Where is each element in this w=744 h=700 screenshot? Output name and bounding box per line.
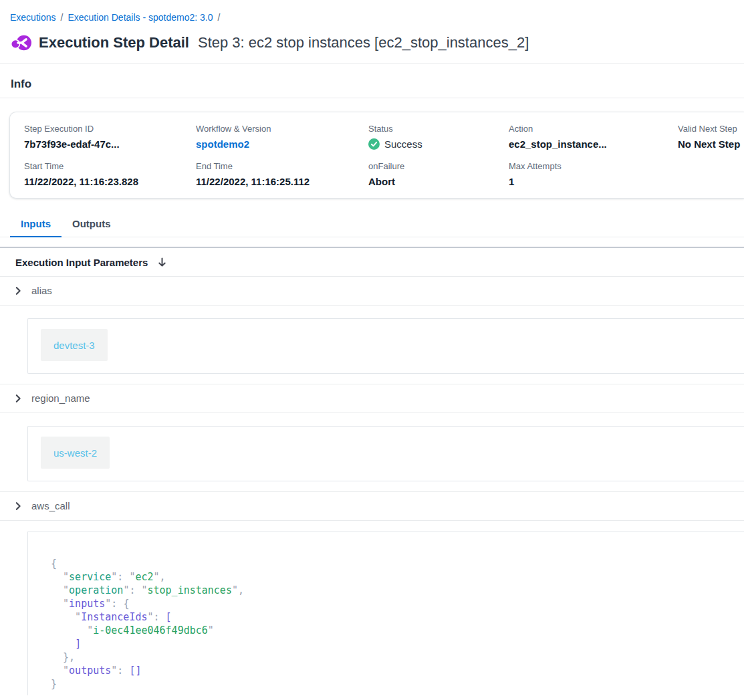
field-label: Step Execution ID: [24, 124, 196, 134]
code-line: "InstanceIds": [: [51, 610, 744, 624]
parameters-header: Execution Input Parameters: [0, 248, 744, 277]
info-field-valid-next-step: Valid Next StepNo Next Step: [678, 124, 744, 150]
breadcrumb-link[interactable]: Execution Details - spotdemo2: 3.0: [68, 12, 213, 23]
section-label: aws_call: [31, 500, 70, 511]
section-content-region_name: us-west-2: [27, 426, 744, 481]
field-value: 7b73f93e-edaf-47c...: [24, 138, 196, 150]
section-label: region_name: [31, 392, 90, 404]
field-label: End Time: [196, 161, 368, 171]
chevron-right-icon: [13, 394, 23, 403]
field-label: Status: [368, 124, 509, 134]
code-line: "inputs": {: [51, 597, 744, 610]
field-value: 1: [509, 176, 678, 187]
sort-descending-icon[interactable]: [157, 257, 167, 268]
breadcrumb-separator: /: [218, 12, 221, 23]
code-line: ]: [51, 637, 744, 651]
code-line: "i-0ec41ee046f49dbc6": [51, 624, 744, 637]
tabs: InputsOutputs: [0, 212, 744, 237]
section-label: alias: [31, 285, 52, 296]
section-toggle-region_name[interactable]: region_name: [0, 384, 744, 413]
field-value: Abort: [368, 176, 509, 187]
chevron-right-icon: [13, 501, 23, 511]
field-label: Workflow & Version: [196, 124, 368, 134]
section-content-alias: devtest-3: [27, 318, 744, 374]
breadcrumb: Executions/Execution Details - spotdemo2…: [0, 0, 744, 24]
workflow-logo-icon: [11, 33, 31, 53]
section-toggle-alias[interactable]: alias: [0, 277, 744, 306]
section-toggle-aws_call[interactable]: aws_call: [0, 491, 744, 521]
field-label: Max Attempts: [509, 161, 678, 171]
field-label: onFailure: [368, 161, 509, 171]
info-section-heading: Info: [0, 64, 744, 98]
json-code-block: { "service": "ec2", "operation": "stop_i…: [27, 532, 744, 695]
code-line: {: [51, 557, 744, 570]
info-card: Step Execution ID7b73f93e-edaf-47c...Wor…: [9, 112, 744, 199]
page-subtitle: Step 3: ec2 stop instances [ec2_stop_ins…: [198, 34, 529, 51]
info-field-action: Actionec2_stop_instance...: [509, 124, 678, 150]
info-card-grid: Step Execution ID7b73f93e-edaf-47c...Wor…: [24, 124, 744, 187]
breadcrumb-separator: /: [60, 12, 63, 23]
info-field-end-time: End Time11/22/2022, 11:16:25.112: [196, 161, 368, 187]
tab-outputs[interactable]: Outputs: [61, 212, 122, 237]
success-icon: [368, 138, 380, 150]
info-field-workflow-version: Workflow & Versionspotdemo2: [196, 124, 368, 150]
field-value[interactable]: spotdemo2: [196, 138, 368, 150]
code-line: "operation": "stop_instances",: [51, 584, 744, 597]
field-value: Success: [368, 138, 509, 150]
field-value: 11/22/2022, 11:16:23.828: [24, 176, 196, 187]
parameters-title: Execution Input Parameters: [15, 257, 148, 268]
info-field-max-attempts: Max Attempts1: [509, 161, 678, 187]
field-value: ec2_stop_instance...: [509, 138, 678, 150]
sections: aliasdevtest-3region_nameus-west-2aws_ca…: [0, 277, 744, 695]
page-header: Execution Step Detail Step 3: ec2 stop i…: [0, 24, 744, 64]
tab-inputs[interactable]: Inputs: [10, 212, 61, 237]
field-value: No Next Step: [678, 138, 744, 150]
section-alias: aliasdevtest-3: [0, 277, 744, 374]
info-field-start-time: Start Time11/22/2022, 11:16:23.828: [24, 161, 196, 187]
chevron-right-icon: [13, 286, 23, 296]
value-chip: us-west-2: [41, 437, 110, 469]
field-value: 11/22/2022, 11:16:25.112: [196, 176, 368, 187]
code-line: "service": "ec2",: [51, 570, 744, 584]
field-label: Action: [509, 124, 678, 134]
status-text: Success: [384, 138, 422, 150]
info-field-onfailure: onFailureAbort: [368, 161, 509, 187]
breadcrumb-link[interactable]: Executions: [10, 12, 55, 23]
section-region_name: region_nameus-west-2: [0, 384, 744, 481]
field-label: Valid Next Step: [678, 124, 744, 134]
code-line: "outputs": []: [51, 664, 744, 677]
page-title: Execution Step Detail: [39, 34, 189, 51]
section-aws_call: aws_call{ "service": "ec2", "operation":…: [0, 491, 744, 695]
info-field-status: StatusSuccess: [368, 124, 509, 150]
field-label: Start Time: [24, 161, 196, 171]
code-line: },: [51, 651, 744, 664]
info-field-step-execution-id: Step Execution ID7b73f93e-edaf-47c...: [24, 124, 196, 150]
value-chip: devtest-3: [41, 329, 108, 361]
code-line: }: [51, 677, 744, 691]
